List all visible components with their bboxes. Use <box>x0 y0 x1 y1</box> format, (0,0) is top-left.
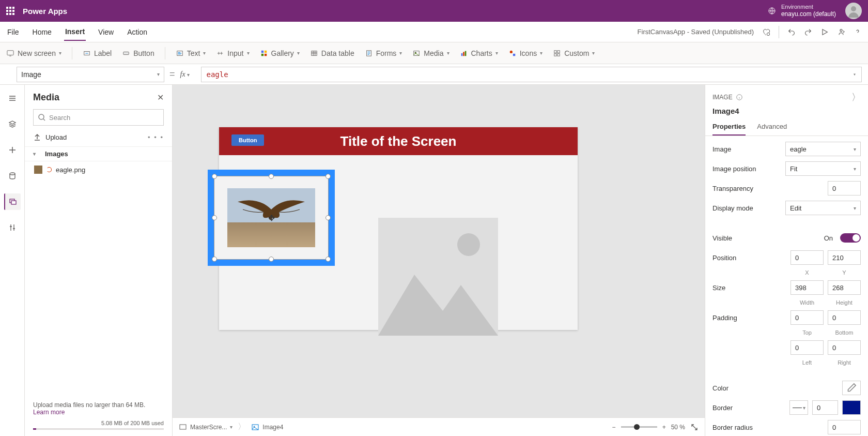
formula-input[interactable]: eagle ▾ <box>201 67 862 82</box>
svg-rect-3 <box>7 50 13 55</box>
chevron-down-icon: ▾ <box>33 151 36 157</box>
prop-imagepos-label: Image position <box>712 165 781 173</box>
media-close-icon[interactable]: ✕ <box>157 93 164 102</box>
media-button[interactable]: Media▾ <box>412 49 449 57</box>
placeholder-image[interactable] <box>378 218 498 336</box>
rail-media[interactable] <box>4 193 21 210</box>
text-button[interactable]: Text▾ <box>176 49 206 57</box>
svg-point-2 <box>840 29 842 31</box>
insert-toolbar: New screen▾ Label Button Text▾ Input▾ Ga… <box>0 42 868 64</box>
menu-insert[interactable]: Insert <box>64 23 86 41</box>
label-icon <box>83 50 91 57</box>
svg-point-18 <box>509 50 512 53</box>
svg-rect-26 <box>11 201 16 204</box>
fit-screen-icon[interactable] <box>690 423 699 431</box>
menu-view[interactable]: View <box>97 24 115 40</box>
forms-button[interactable]: Forms▾ <box>365 49 402 57</box>
prop-borderradius-input[interactable]: 0 <box>828 420 861 434</box>
redo-icon[interactable] <box>804 28 812 36</box>
user-avatar[interactable] <box>845 3 862 19</box>
media-icon <box>412 50 421 57</box>
fx-icon[interactable]: fx ▾ <box>180 70 196 79</box>
app-launcher-icon[interactable] <box>6 7 14 15</box>
prop-visible-toggle[interactable] <box>840 233 861 243</box>
prop-displaymode-select[interactable]: Edit▾ <box>785 201 861 215</box>
rail-add[interactable] <box>4 142 21 158</box>
app-screen[interactable]: Button Title of the Screen ✥ <box>219 127 578 330</box>
prop-imagepos-select[interactable]: Fit▾ <box>785 161 861 176</box>
prop-border-input[interactable]: 0 <box>812 400 838 415</box>
menu-file[interactable]: File <box>6 24 20 40</box>
svg-rect-19 <box>513 53 515 55</box>
breadcrumb-sep-icon: 〉 <box>238 422 246 432</box>
environment-selector[interactable]: Environment enayu.com (default) <box>768 4 836 18</box>
breadcrumb-image[interactable]: Image4 <box>251 423 283 431</box>
prop-image-select[interactable]: eagle▾ <box>785 142 861 156</box>
prop-width-input[interactable]: 398 <box>791 280 824 295</box>
expand-icon[interactable]: 〉 <box>851 91 861 103</box>
zoom-slider[interactable] <box>621 426 657 428</box>
zoom-out-icon[interactable]: − <box>612 424 616 431</box>
screen-small-icon <box>179 423 187 431</box>
svg-rect-11 <box>312 51 317 55</box>
icons-button[interactable]: Icons▾ <box>508 49 542 57</box>
icons-icon <box>508 50 517 57</box>
media-file-eagle[interactable]: eagle.png <box>25 161 172 178</box>
prop-image-label: Image <box>712 145 781 153</box>
upload-button[interactable]: Upload • • • <box>25 128 172 146</box>
separator <box>779 26 779 38</box>
rail-tree[interactable] <box>4 116 21 132</box>
layers-icon <box>8 120 17 128</box>
input-button[interactable]: Input▾ <box>216 49 249 57</box>
label-button[interactable]: Label <box>83 49 112 57</box>
more-icon[interactable]: • • • <box>148 133 164 141</box>
prop-color-swatch[interactable] <box>842 381 861 395</box>
prop-height-input[interactable]: 268 <box>828 280 861 295</box>
new-screen-button[interactable]: New screen▾ <box>6 49 61 57</box>
media-footer-text: Upload media files no larger than 64 MB. <box>33 401 164 409</box>
zoom-in-icon[interactable]: + <box>662 424 666 431</box>
rail-hamburger[interactable] <box>4 90 21 107</box>
app-header: Power Apps Environment enayu.com (defaul… <box>0 0 868 22</box>
prop-padding-label: Padding <box>712 314 786 322</box>
prop-padleft-input[interactable]: 0 <box>791 340 824 355</box>
breadcrumb-root[interactable]: MasterScre...▾ <box>179 423 233 431</box>
tab-properties[interactable]: Properties <box>712 119 746 136</box>
button-button[interactable]: Button <box>122 49 154 57</box>
prop-x-input[interactable]: 0 <box>791 250 824 265</box>
tab-advanced[interactable]: Advanced <box>757 119 787 136</box>
svg-point-27 <box>39 114 44 119</box>
prop-padbottom-input[interactable]: 0 <box>828 310 861 325</box>
info-icon[interactable] <box>736 94 743 101</box>
undo-icon[interactable] <box>787 28 796 36</box>
prop-transparency-input[interactable]: 0 <box>828 181 861 196</box>
custom-button[interactable]: Custom▾ <box>553 49 595 57</box>
app-name: Power Apps <box>23 7 768 16</box>
play-icon[interactable] <box>820 28 829 36</box>
rail-tools[interactable] <box>4 219 21 236</box>
media-search-input[interactable]: Search <box>33 109 164 126</box>
rail-data[interactable] <box>4 168 21 184</box>
images-section[interactable]: ▾ Images <box>25 146 172 161</box>
prop-padtop-input[interactable]: 0 <box>791 310 824 325</box>
canvas-area[interactable]: Button Title of the Screen ✥ <box>173 85 705 436</box>
prop-y-input[interactable]: 210 <box>828 250 861 265</box>
charts-button[interactable]: Charts▾ <box>460 49 498 57</box>
canvas-button[interactable]: Button <box>231 134 264 146</box>
help-icon[interactable] <box>854 28 862 36</box>
selected-image-control[interactable]: ✥ <box>208 170 335 266</box>
menu-action[interactable]: Action <box>126 24 148 40</box>
learn-more-link[interactable]: Learn more <box>33 409 65 416</box>
menu-home[interactable]: Home <box>32 24 53 40</box>
prop-border-color[interactable] <box>842 400 861 415</box>
share-icon[interactable] <box>837 28 845 36</box>
prop-padright-input[interactable]: 0 <box>828 340 861 355</box>
gallery-button[interactable]: Gallery▾ <box>260 49 300 57</box>
forms-icon <box>365 50 373 57</box>
control-name[interactable]: Image4 <box>705 107 868 119</box>
prop-border-style[interactable]: ▾ <box>789 400 808 415</box>
datatable-button[interactable]: Data table <box>310 49 354 57</box>
property-selector[interactable]: Image▾ <box>17 67 164 82</box>
health-icon[interactable] <box>762 28 770 36</box>
image-placeholder-icon <box>378 218 498 336</box>
